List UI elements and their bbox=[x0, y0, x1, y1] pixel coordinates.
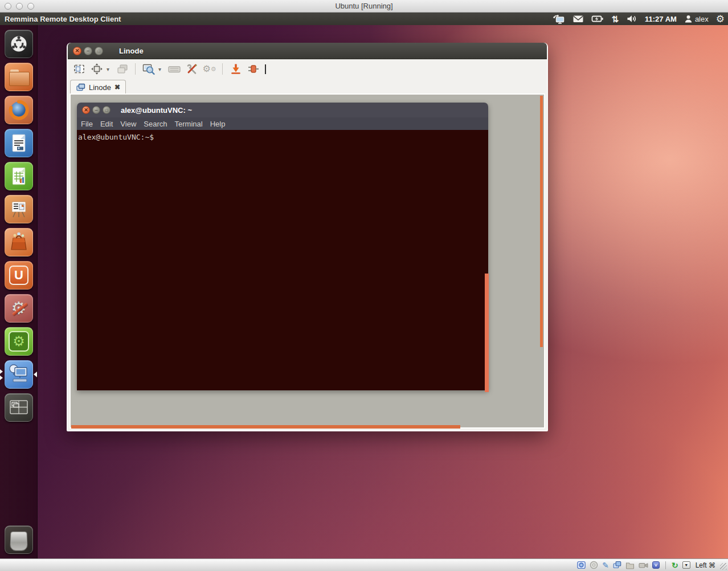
disconnect-button[interactable] bbox=[246, 62, 261, 77]
connection-tab-label: Linode bbox=[89, 83, 111, 92]
remmina-toolbar: ▾ ▾ bbox=[68, 59, 547, 79]
connection-tab-icon bbox=[76, 83, 85, 92]
ubuntu-one-icon: U bbox=[9, 266, 28, 285]
optical-drives-icon[interactable] bbox=[590, 561, 598, 569]
fullscreen-icon bbox=[91, 63, 103, 75]
fit-window-button[interactable] bbox=[71, 62, 87, 77]
volume-icon[interactable] bbox=[626, 14, 637, 24]
launcher-item-remmina[interactable] bbox=[5, 360, 33, 389]
launcher-item-libreoffice-calc[interactable] bbox=[5, 162, 33, 190]
text-cursor bbox=[265, 64, 266, 74]
remmina-tab-bar: Linode ✖ bbox=[68, 79, 547, 94]
user-icon bbox=[684, 14, 693, 23]
libreoffice-writer-icon bbox=[7, 132, 30, 154]
launcher-item-firefox[interactable] bbox=[5, 96, 33, 124]
desktop-screen: Ubuntu [Running] Remmina Remote Desktop … bbox=[0, 0, 728, 571]
clock[interactable]: 11:27 AM bbox=[645, 15, 677, 23]
vm-window-title: Ubuntu [Running] bbox=[0, 2, 728, 10]
ubuntu-dash-icon bbox=[8, 33, 30, 55]
remmina-running-indicator bbox=[0, 369, 5, 380]
launcher-item-libreoffice-writer[interactable] bbox=[5, 129, 33, 157]
remmina-icon bbox=[7, 362, 31, 386]
menu-search[interactable]: Search bbox=[144, 120, 167, 128]
duplicate-connection-button[interactable] bbox=[114, 62, 130, 77]
launcher-item-libreoffice-impress[interactable] bbox=[5, 195, 33, 223]
ubuntu-software-icon: ⚙ bbox=[9, 331, 29, 352]
libreoffice-impress-icon bbox=[7, 198, 30, 221]
redraw-artifact-bottom bbox=[71, 425, 460, 429]
tools-icon bbox=[185, 62, 199, 76]
disconnect-plug-icon bbox=[247, 63, 260, 75]
host-key-label: Left ⌘ bbox=[696, 561, 715, 569]
hard-disks-icon[interactable] bbox=[577, 561, 586, 569]
preferences-gear-icon: ⚙ bbox=[202, 64, 210, 74]
menu-terminal[interactable]: Terminal bbox=[175, 120, 203, 128]
launcher-item-dash-home[interactable] bbox=[5, 30, 33, 58]
mail-icon[interactable] bbox=[572, 14, 584, 24]
indicator-area: ⇅ 11:27 AM alex ⚙ bbox=[553, 13, 725, 25]
terminal-minimize-button[interactable]: – bbox=[92, 106, 100, 114]
libreoffice-calc-icon bbox=[7, 165, 30, 187]
virtualization-features-icon[interactable]: V bbox=[652, 561, 660, 569]
pull-down-button[interactable] bbox=[228, 62, 243, 77]
terminal-window: ✕ – □ alex@ubuntuVNC: ~ File Edit View S… bbox=[77, 103, 488, 390]
virtualbox-status-bar: ✎ V ↻ ▼ Left ⌘ bbox=[0, 558, 728, 571]
remote-desktop-viewport[interactable]: ✕ – □ alex@ubuntuVNC: ~ File Edit View S… bbox=[69, 93, 545, 429]
fullscreen-button[interactable] bbox=[89, 62, 104, 77]
terminal-maximize-button[interactable]: □ bbox=[103, 106, 111, 114]
workspace-switcher-icon bbox=[7, 396, 30, 419]
tools-button[interactable] bbox=[184, 62, 199, 77]
launcher-item-home-folder[interactable] bbox=[5, 63, 33, 91]
fullscreen-options-caret[interactable]: ▾ bbox=[107, 66, 112, 72]
video-capture-icon[interactable] bbox=[639, 561, 648, 569]
unity-launcher: U ⚙ ⚙ bbox=[0, 25, 38, 558]
duplicate-connection-icon bbox=[116, 63, 129, 75]
redraw-artifact-terminal-edge bbox=[485, 274, 489, 392]
redraw-artifact-right-edge bbox=[540, 96, 543, 347]
launcher-item-trash[interactable] bbox=[5, 525, 33, 554]
terminal-title: alex@ubuntuVNC: ~ bbox=[121, 106, 192, 115]
display-icon[interactable] bbox=[613, 561, 621, 569]
tab-close-icon[interactable]: ✖ bbox=[114, 83, 120, 91]
session-gear-icon[interactable]: ⚙ bbox=[716, 14, 725, 24]
window-maximize-button[interactable]: □ bbox=[95, 47, 103, 55]
remmina-titlebar[interactable]: ✕ – □ Linode bbox=[68, 43, 547, 59]
grab-keyboard-button[interactable] bbox=[166, 62, 182, 77]
keyboard-capture-icon[interactable]: ▼ bbox=[682, 561, 690, 569]
remmina-window: ✕ – □ Linode bbox=[67, 43, 548, 431]
terminal-content[interactable]: alex@ubuntuVNC:~$ bbox=[77, 130, 488, 390]
shared-folders-icon[interactable] bbox=[625, 561, 635, 569]
remote-desktop-indicator-icon[interactable] bbox=[553, 14, 565, 24]
preferences-button[interactable]: ⚙⚙ bbox=[202, 62, 217, 77]
terminal-close-button[interactable]: ✕ bbox=[82, 106, 90, 114]
vm-window-titlebar: Ubuntu [Running] bbox=[0, 0, 728, 13]
terminal-menubar: File Edit View Search Terminal Help bbox=[77, 117, 488, 130]
scaled-mode-button[interactable] bbox=[141, 62, 156, 77]
terminal-titlebar[interactable]: ✕ – □ alex@ubuntuVNC: ~ bbox=[77, 103, 488, 117]
launcher-item-workspace-switcher[interactable] bbox=[5, 393, 33, 422]
window-close-button[interactable]: ✕ bbox=[73, 47, 81, 55]
network-arrows-icon[interactable]: ⇅ bbox=[611, 15, 619, 23]
scaled-options-caret[interactable]: ▾ bbox=[158, 66, 164, 72]
window-minimize-button[interactable]: – bbox=[84, 47, 92, 55]
launcher-item-system-settings[interactable]: ⚙ bbox=[5, 294, 33, 323]
firefox-icon bbox=[7, 99, 30, 121]
menu-help[interactable]: Help bbox=[210, 120, 226, 128]
user-menu[interactable]: alex bbox=[684, 14, 709, 23]
active-app-title: Remmina Remote Desktop Client bbox=[5, 15, 121, 23]
trash-icon bbox=[10, 532, 27, 551]
ubuntu-top-panel: Remmina Remote Desktop Client bbox=[0, 13, 728, 25]
mouse-integration-icon[interactable]: ↻ bbox=[672, 561, 678, 569]
launcher-item-ubuntu-software[interactable]: ⚙ bbox=[5, 327, 33, 356]
launcher-item-ubuntu-software-center[interactable] bbox=[5, 228, 33, 256]
battery-icon[interactable] bbox=[591, 14, 604, 24]
window-resize-grip[interactable] bbox=[720, 563, 727, 570]
launcher-item-ubuntu-one[interactable]: U bbox=[5, 261, 33, 289]
software-center-bag-icon bbox=[7, 231, 30, 254]
menu-edit[interactable]: Edit bbox=[100, 120, 113, 128]
network-adapters-icon[interactable]: ✎ bbox=[602, 561, 609, 569]
connection-tab-linode[interactable]: Linode ✖ bbox=[70, 80, 126, 94]
remmina-focused-indicator bbox=[31, 372, 37, 377]
menu-file[interactable]: File bbox=[81, 120, 93, 128]
menu-view[interactable]: View bbox=[120, 120, 136, 128]
